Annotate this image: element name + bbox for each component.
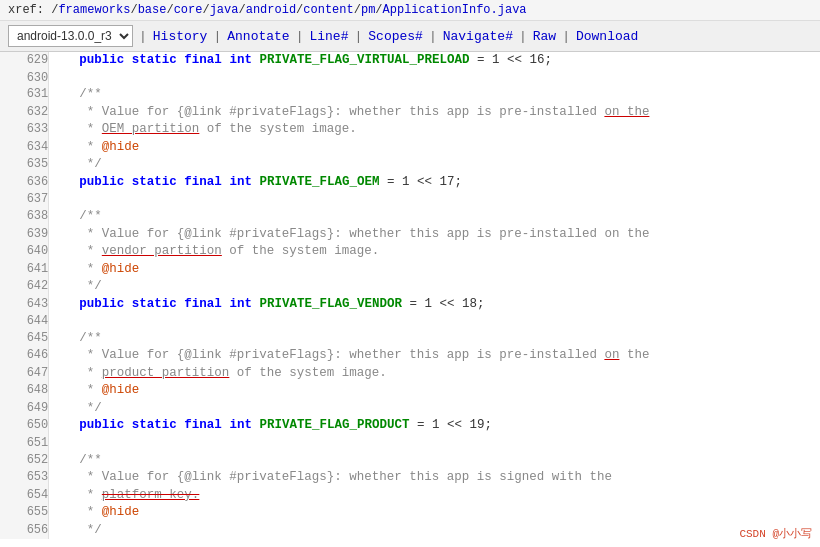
line-number: 641 (0, 261, 49, 279)
line-number: 642 (0, 278, 49, 296)
table-row: 652 /** (0, 452, 820, 470)
line-code: * Value for {@link #privateFlags}: wheth… (49, 469, 820, 487)
toolbar-history[interactable]: History (153, 29, 208, 44)
line-number: 655 (0, 504, 49, 522)
line-code: /** (49, 208, 820, 226)
line-number: 643 (0, 296, 49, 314)
line-code: * @hide (49, 139, 820, 157)
breadcrumb-java[interactable]: java (210, 3, 239, 17)
line-code: * @hide (49, 261, 820, 279)
line-number: 656 (0, 522, 49, 539)
toolbar-sep-2: | (213, 29, 221, 44)
line-number: 635 (0, 156, 49, 174)
line-code: /** (49, 86, 820, 104)
line-number: 634 (0, 139, 49, 157)
table-row: 645 /** (0, 330, 820, 348)
toolbar-sep-5: | (429, 29, 437, 44)
toolbar: android-13.0.0_r3 | History | Annotate |… (0, 21, 820, 52)
table-row: 650 public static final int PRIVATE_FLAG… (0, 417, 820, 435)
line-code: * platform key. (49, 487, 820, 505)
line-number: 640 (0, 243, 49, 261)
table-row: 635 */ (0, 156, 820, 174)
line-number: 636 (0, 174, 49, 192)
line-number: 644 (0, 313, 49, 330)
table-row: 631 /** (0, 86, 820, 104)
breadcrumb-frameworks[interactable]: frameworks (58, 3, 130, 17)
line-code (49, 191, 820, 208)
breadcrumb-file[interactable]: ApplicationInfo.java (383, 3, 527, 17)
table-row: 656 */ (0, 522, 820, 539)
toolbar-annotate[interactable]: Annotate (227, 29, 289, 44)
table-row: 629 public static final int PRIVATE_FLAG… (0, 52, 820, 70)
line-number: 654 (0, 487, 49, 505)
line-number: 633 (0, 121, 49, 139)
line-number: 649 (0, 400, 49, 418)
line-code: * @hide (49, 504, 820, 522)
toolbar-sep-1: | (139, 29, 147, 44)
breadcrumb-base[interactable]: base (138, 3, 167, 17)
line-number: 632 (0, 104, 49, 122)
toolbar-navigate[interactable]: Navigate# (443, 29, 513, 44)
table-row: 644 (0, 313, 820, 330)
line-code: public static final int PRIVATE_FLAG_VEN… (49, 296, 820, 314)
line-number: 653 (0, 469, 49, 487)
breadcrumb-pm[interactable]: pm (361, 3, 375, 17)
toolbar-download[interactable]: Download (576, 29, 638, 44)
watermark: CSDN @小小写 (739, 526, 812, 541)
toolbar-raw[interactable]: Raw (533, 29, 556, 44)
line-number: 630 (0, 70, 49, 87)
line-code: */ (49, 400, 820, 418)
line-number: 648 (0, 382, 49, 400)
line-code: * @hide (49, 382, 820, 400)
code-table: 629 public static final int PRIVATE_FLAG… (0, 52, 820, 539)
toolbar-sep-6: | (519, 29, 527, 44)
line-code: */ (49, 156, 820, 174)
table-row: 637 (0, 191, 820, 208)
line-code (49, 313, 820, 330)
line-number: 629 (0, 52, 49, 70)
breadcrumb-prefix: xref: / (8, 3, 58, 17)
line-code: public static final int PRIVATE_FLAG_OEM… (49, 174, 820, 192)
breadcrumb-core[interactable]: core (174, 3, 203, 17)
line-number: 637 (0, 191, 49, 208)
table-row: 640 * vendor partition of the system ima… (0, 243, 820, 261)
line-number: 645 (0, 330, 49, 348)
table-row: 639 * Value for {@link #privateFlags}: w… (0, 226, 820, 244)
line-number: 631 (0, 86, 49, 104)
line-number: 646 (0, 347, 49, 365)
line-number: 650 (0, 417, 49, 435)
table-row: 642 */ (0, 278, 820, 296)
breadcrumb-android[interactable]: android (246, 3, 296, 17)
line-code: * product partition of the system image. (49, 365, 820, 383)
table-row: 636 public static final int PRIVATE_FLAG… (0, 174, 820, 192)
table-row: 654 * platform key. (0, 487, 820, 505)
line-code: */ (49, 278, 820, 296)
table-row: 655 * @hide (0, 504, 820, 522)
table-row: 641 * @hide (0, 261, 820, 279)
line-number: 647 (0, 365, 49, 383)
toolbar-lineno[interactable]: Line# (309, 29, 348, 44)
line-code: public static final int PRIVATE_FLAG_PRO… (49, 417, 820, 435)
breadcrumb-content[interactable]: content (303, 3, 353, 17)
toolbar-sep-3: | (296, 29, 304, 44)
line-code: * Value for {@link #privateFlags}: wheth… (49, 104, 820, 122)
line-number: 639 (0, 226, 49, 244)
table-row: 634 * @hide (0, 139, 820, 157)
line-code: /** (49, 452, 820, 470)
line-number: 652 (0, 452, 49, 470)
line-code: public static final int PRIVATE_FLAG_VIR… (49, 52, 820, 70)
table-row: 649 */ (0, 400, 820, 418)
table-row: 630 (0, 70, 820, 87)
line-code: /** (49, 330, 820, 348)
table-row: 648 * @hide (0, 382, 820, 400)
table-row: 638 /** (0, 208, 820, 226)
table-row: 633 * OEM partition of the system image. (0, 121, 820, 139)
line-code (49, 435, 820, 452)
toolbar-scopes[interactable]: Scopes# (368, 29, 423, 44)
version-select[interactable]: android-13.0.0_r3 (8, 25, 133, 47)
line-code: * Value for {@link #privateFlags}: wheth… (49, 347, 820, 365)
toolbar-sep-4: | (354, 29, 362, 44)
line-number: 651 (0, 435, 49, 452)
line-code: */ (49, 522, 820, 539)
toolbar-sep-7: | (562, 29, 570, 44)
